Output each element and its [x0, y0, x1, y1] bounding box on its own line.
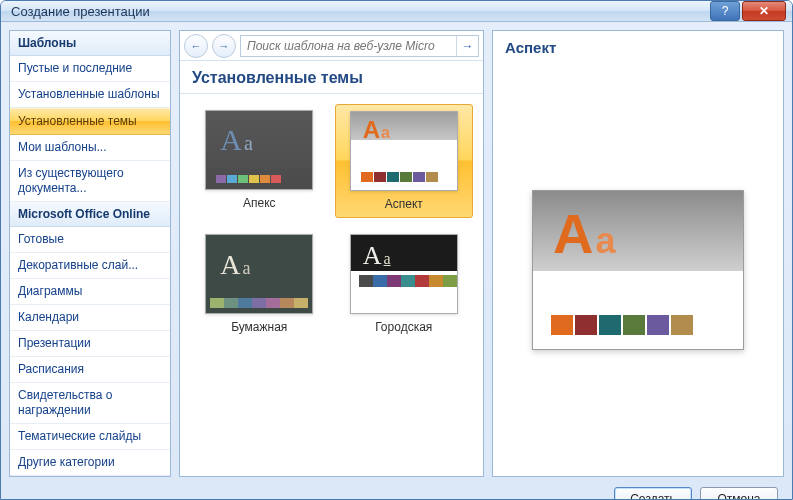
sidebar-header-templates: Шаблоны: [10, 31, 170, 56]
center-heading: Установленные темы: [180, 61, 483, 94]
arrow-go-icon: →: [462, 39, 474, 53]
theme-label: Аспект: [385, 197, 423, 211]
sidebar-item[interactable]: Готовые: [10, 227, 170, 253]
themes-grid: AaАпексAaАспектAaБумажнаяAaГородская: [180, 94, 483, 476]
dialog-window: Создание презентации ? ✕ Шаблоны Пустые …: [0, 0, 793, 500]
preview-body: Aa: [493, 64, 783, 476]
preview-thumbnail: Aa: [532, 190, 744, 350]
sidebar-item[interactable]: Установленные темы: [10, 108, 170, 135]
search-input[interactable]: [241, 39, 456, 53]
help-icon: ?: [722, 4, 729, 18]
sidebar-item[interactable]: Диаграммы: [10, 279, 170, 305]
sidebar-item[interactable]: Презентации: [10, 331, 170, 357]
theme-item[interactable]: AaАспект: [335, 104, 474, 218]
search-go-button[interactable]: →: [456, 36, 478, 56]
theme-label: Апекс: [243, 196, 276, 210]
sidebar-item[interactable]: Тематические слайды: [10, 424, 170, 450]
nav-forward-button[interactable]: →: [212, 34, 236, 58]
sidebar-item[interactable]: Календари: [10, 305, 170, 331]
dialog-body: Шаблоны Пустые и последниеУстановленные …: [1, 22, 792, 500]
button-row: Создать Отмена: [9, 483, 784, 500]
sidebar-item[interactable]: Декоративные слай...: [10, 253, 170, 279]
nav-back-button[interactable]: ←: [184, 34, 208, 58]
sidebar-item[interactable]: Установленные шаблоны: [10, 82, 170, 108]
sidebar: Шаблоны Пустые и последниеУстановленные …: [9, 30, 171, 477]
theme-label: Бумажная: [231, 320, 287, 334]
sidebar-item[interactable]: Пустые и последние: [10, 56, 170, 82]
close-icon: ✕: [759, 4, 769, 18]
sidebar-header-online: Microsoft Office Online: [10, 202, 170, 227]
arrow-right-icon: →: [219, 40, 230, 52]
close-button[interactable]: ✕: [742, 1, 786, 21]
sidebar-item[interactable]: Свидетельства о награждении: [10, 383, 170, 424]
theme-label: Городская: [375, 320, 432, 334]
preview-panel: Аспект Aa: [492, 30, 784, 477]
theme-item[interactable]: AaГородская: [335, 228, 474, 340]
sidebar-item[interactable]: Мои шаблоны...: [10, 135, 170, 161]
window-title: Создание презентации: [11, 4, 710, 19]
main-area: Шаблоны Пустые и последниеУстановленные …: [9, 30, 784, 477]
titlebar: Создание презентации ? ✕: [1, 1, 792, 22]
create-button[interactable]: Создать: [614, 487, 692, 500]
sidebar-item[interactable]: Из существующего документа...: [10, 161, 170, 202]
arrow-left-icon: ←: [191, 40, 202, 52]
center-panel: ← → → Установленные темы AaАпексAaАспект…: [179, 30, 484, 477]
center-toolbar: ← → →: [180, 31, 483, 61]
theme-item[interactable]: AaБумажная: [190, 228, 329, 340]
titlebar-buttons: ? ✕: [710, 1, 786, 21]
sidebar-item[interactable]: Другие категории: [10, 450, 170, 476]
search-box: →: [240, 35, 479, 57]
cancel-button[interactable]: Отмена: [700, 487, 778, 500]
sidebar-item[interactable]: Расписания: [10, 357, 170, 383]
theme-item[interactable]: AaАпекс: [190, 104, 329, 218]
preview-title: Аспект: [493, 31, 783, 64]
help-button[interactable]: ?: [710, 1, 740, 21]
